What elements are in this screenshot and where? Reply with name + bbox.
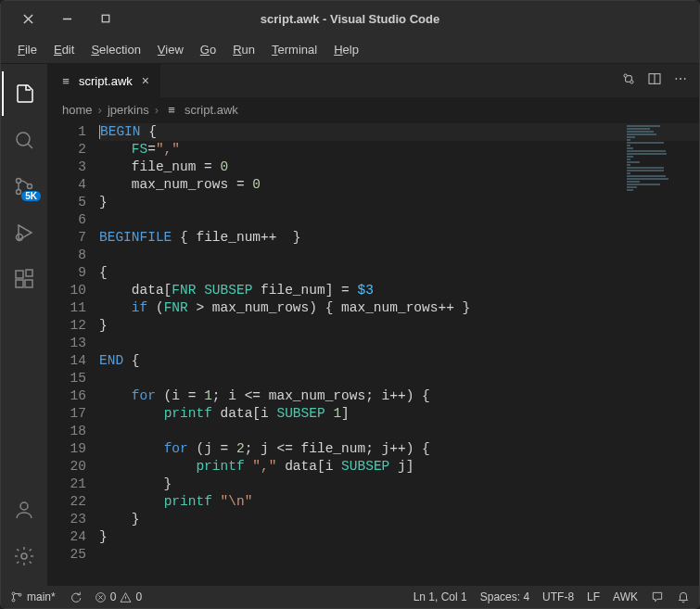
- code-line[interactable]: FS=",": [99, 141, 699, 159]
- tab-bar: ≡ script.awk ×: [47, 64, 699, 97]
- close-window-button[interactable]: [21, 12, 34, 25]
- code-line[interactable]: data[FNR SUBSEP file_num] = $3: [99, 282, 699, 299]
- status-indentation[interactable]: Spaces: 4: [480, 590, 529, 603]
- code-line[interactable]: [99, 546, 699, 564]
- status-language[interactable]: AWK: [613, 590, 638, 603]
- menu-selection[interactable]: Selection: [83, 39, 147, 60]
- search-icon[interactable]: [2, 118, 46, 162]
- run-debug-icon[interactable]: [2, 210, 46, 255]
- code-line[interactable]: }: [99, 476, 699, 493]
- breadcrumb-segment[interactable]: jperkins: [108, 103, 149, 117]
- code-line[interactable]: }: [99, 317, 699, 335]
- menu-file[interactable]: File: [10, 39, 45, 60]
- tab-label: script.awk: [79, 74, 133, 88]
- svg-point-4: [28, 184, 32, 189]
- file-icon: ≡: [58, 74, 73, 88]
- code-line[interactable]: BEGINFILE { file_num++ }: [99, 229, 699, 247]
- svg-rect-0: [102, 15, 109, 22]
- status-bar: main* 0 0 Ln 1, Col 1 Spaces: 4 UTF-8 LF…: [1, 586, 699, 608]
- menu-view[interactable]: View: [150, 39, 191, 60]
- status-problems[interactable]: 0 0: [95, 590, 142, 603]
- svg-point-10: [20, 502, 28, 510]
- code-line[interactable]: [99, 211, 699, 229]
- svg-point-2: [17, 179, 21, 184]
- svg-rect-8: [25, 280, 32, 287]
- menubar: FileEditSelectionViewGoRunTerminalHelp: [1, 36, 699, 64]
- code-line[interactable]: max_num_rows = 0: [99, 176, 699, 194]
- code-editor[interactable]: BEGIN { FS="," file_num = 0 max_num_rows…: [99, 121, 699, 586]
- scm-badge: 5K: [21, 191, 41, 201]
- menu-edit[interactable]: Edit: [46, 39, 82, 60]
- source-control-icon[interactable]: 5K: [2, 164, 46, 209]
- svg-rect-9: [26, 270, 32, 276]
- code-line[interactable]: END {: [99, 352, 699, 370]
- titlebar: script.awk - Visual Studio Code: [1, 1, 699, 36]
- code-line[interactable]: file_num = 0: [99, 159, 699, 176]
- menu-run[interactable]: Run: [225, 39, 262, 60]
- status-cursor-position[interactable]: Ln 1, Col 1: [414, 590, 467, 603]
- code-line[interactable]: }: [99, 511, 699, 528]
- breadcrumb-segment[interactable]: script.awk: [185, 103, 238, 117]
- status-branch[interactable]: main*: [10, 590, 56, 603]
- line-number-gutter: 1234567891011121314151617181920212223242…: [47, 121, 99, 586]
- code-line[interactable]: [99, 247, 699, 264]
- svg-point-3: [17, 190, 21, 195]
- menu-go[interactable]: Go: [193, 39, 223, 60]
- code-line[interactable]: }: [99, 194, 699, 211]
- menu-help[interactable]: Help: [326, 39, 366, 60]
- svg-point-19: [12, 599, 15, 602]
- extensions-icon[interactable]: [2, 257, 46, 301]
- activity-bar: 5K: [1, 64, 47, 586]
- compare-changes-icon[interactable]: [621, 71, 636, 90]
- code-line[interactable]: }: [99, 528, 699, 546]
- svg-point-12: [624, 74, 627, 77]
- svg-point-17: [684, 78, 685, 79]
- split-editor-icon[interactable]: [647, 71, 662, 90]
- svg-rect-7: [16, 280, 23, 287]
- code-line[interactable]: [99, 335, 699, 352]
- code-line[interactable]: printf "\n": [99, 493, 699, 511]
- svg-point-13: [630, 81, 633, 83]
- maximize-window-button[interactable]: [99, 12, 112, 25]
- status-encoding[interactable]: UTF-8: [542, 590, 574, 603]
- status-feedback-icon[interactable]: [651, 590, 664, 603]
- tab-script-awk[interactable]: ≡ script.awk ×: [47, 64, 161, 97]
- explorer-icon[interactable]: [2, 71, 46, 116]
- status-eol[interactable]: LF: [587, 590, 600, 603]
- code-line[interactable]: [99, 370, 699, 387]
- breadcrumb-segment[interactable]: home: [62, 103, 93, 117]
- status-bell-icon[interactable]: [677, 590, 690, 603]
- svg-point-15: [676, 78, 677, 79]
- svg-point-1: [17, 133, 30, 146]
- editor-area: ≡ script.awk × home›jperkins›≡script.awk…: [47, 64, 699, 586]
- svg-point-11: [21, 553, 27, 559]
- menu-terminal[interactable]: Terminal: [264, 39, 325, 60]
- code-line[interactable]: BEGIN {: [99, 123, 699, 141]
- more-actions-icon[interactable]: [673, 71, 688, 90]
- code-line[interactable]: printf "," data[i SUBSEP j]: [99, 458, 699, 476]
- minimize-window-button[interactable]: [60, 12, 73, 25]
- svg-point-18: [12, 592, 15, 595]
- code-line[interactable]: for (i = 1; i <= max_num_rows; i++) {: [99, 387, 699, 405]
- breadcrumb[interactable]: home›jperkins›≡script.awk: [47, 97, 699, 121]
- code-line[interactable]: for (j = 2; j <= file_num; j++) {: [99, 440, 699, 458]
- code-line[interactable]: [99, 423, 699, 440]
- minimap[interactable]: [627, 125, 694, 171]
- code-line[interactable]: {: [99, 264, 699, 282]
- svg-rect-6: [16, 271, 23, 278]
- code-line[interactable]: if (FNR > max_num_rows) { max_num_rows++…: [99, 299, 699, 317]
- gear-icon[interactable]: [2, 534, 46, 578]
- status-sync[interactable]: [69, 590, 82, 603]
- close-icon[interactable]: ×: [142, 73, 149, 88]
- account-icon[interactable]: [2, 488, 46, 532]
- code-line[interactable]: printf data[i SUBSEP 1]: [99, 405, 699, 423]
- svg-point-16: [680, 78, 681, 79]
